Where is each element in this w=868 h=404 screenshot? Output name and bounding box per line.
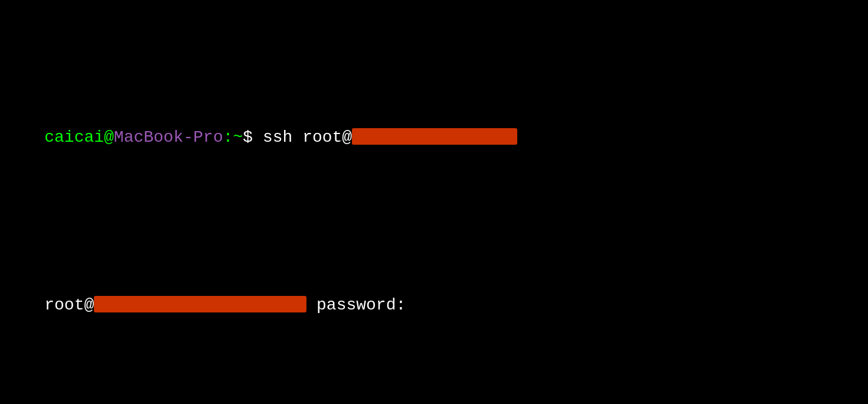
prompt-host: MacBook-Pro	[114, 128, 223, 146]
root-prefix: root@	[44, 296, 94, 314]
ssh-command: ssh root@	[263, 128, 352, 146]
prompt-dollar: $	[243, 128, 263, 146]
redacted-ip-1	[352, 128, 517, 145]
prompt-at: @	[104, 128, 114, 146]
redacted-ip-2	[94, 296, 306, 312]
prompt-colon: :	[223, 128, 233, 146]
prompt-path: ~	[233, 128, 243, 146]
terminal-line-1: caicai@MacBook-Pro:~$ ssh root@	[5, 102, 863, 174]
prompt-user: caicai	[44, 128, 104, 146]
terminal-line-2: root@ password:	[5, 270, 863, 342]
password-label: password:	[306, 296, 406, 314]
terminal-window: caicai@MacBook-Pro:~$ ssh root@ root@ pa…	[5, 6, 863, 404]
